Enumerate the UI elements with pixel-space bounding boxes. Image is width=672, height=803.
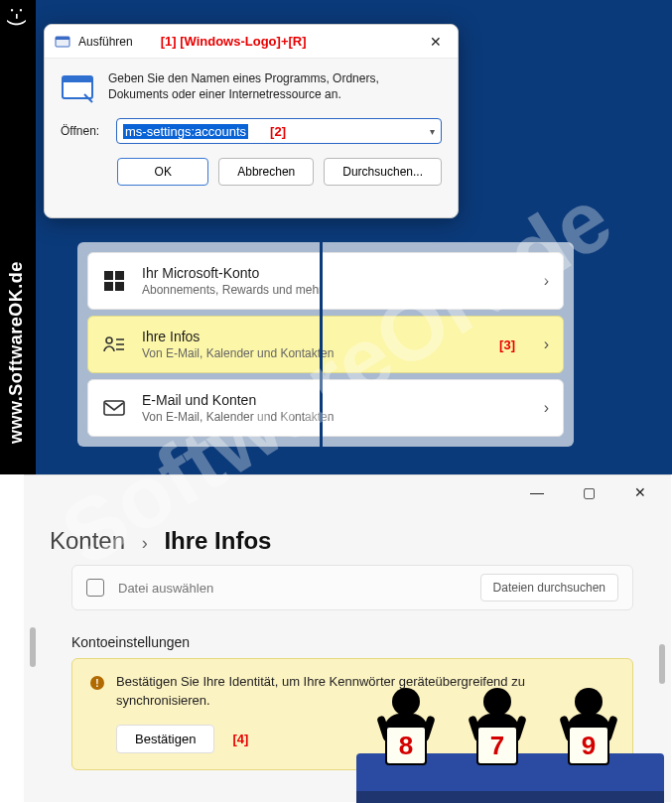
scrollbar-thumb[interactable] xyxy=(30,627,36,667)
breadcrumb-your-info: Ihre Infos xyxy=(164,527,271,554)
minimize-icon[interactable]: — xyxy=(520,478,554,506)
settings-divider xyxy=(320,242,323,465)
person-card-icon xyxy=(102,333,126,356)
settings-row-ms-account[interactable]: Ihr Microsoft-Konto Abonnements, Rewards… xyxy=(87,252,564,310)
scrollbar-thumb[interactable] xyxy=(659,644,665,684)
chevron-right-icon: › xyxy=(544,399,549,417)
browse-button[interactable]: Durchsuchen... xyxy=(324,158,442,186)
row-sub: Abonnements, Rewards und mehr xyxy=(142,283,528,297)
svg-rect-4 xyxy=(104,271,113,280)
row-sub: Von E-Mail, Kalender und Kontakten xyxy=(142,410,528,424)
annotation-1: [1] [Windows-Logo]+[R] xyxy=(161,34,307,49)
chevron-right-icon: › xyxy=(544,272,549,290)
banner-url: www.SoftwareOK.de xyxy=(6,261,27,444)
maximize-icon[interactable]: ▢ xyxy=(572,478,605,506)
run-titlebar: Ausführen [1] [Windows-Logo]+[R] ✕ xyxy=(45,25,458,59)
breadcrumb-accounts[interactable]: Konten xyxy=(50,527,125,554)
svg-rect-7 xyxy=(115,282,124,291)
svg-rect-5 xyxy=(115,271,124,280)
settings-list: Ihr Microsoft-Konto Abonnements, Rewards… xyxy=(77,242,574,447)
svg-rect-6 xyxy=(104,282,113,291)
warning-icon: ! xyxy=(90,676,104,690)
open-combobox[interactable]: ms-settings:accounts [2] ▾ xyxy=(116,118,442,144)
breadcrumb: Konten › Ihre Infos xyxy=(24,509,671,565)
confirm-button[interactable]: Bestätigen xyxy=(116,725,214,753)
section-account-settings: Kontoeinstellungen xyxy=(24,628,671,658)
judges-cartoon: 8 7 9 xyxy=(356,686,664,803)
run-large-icon xyxy=(61,70,94,104)
row-sub: Von E-Mail, Kalender und Kontakten xyxy=(142,346,528,360)
settings-row-your-info[interactable]: Ihre Infos Von E-Mail, Kalender und Kont… xyxy=(87,316,564,373)
score-card-2: 7 xyxy=(476,726,518,765)
window-titlebar: — ▢ ✕ xyxy=(24,475,671,509)
row-title: Ihre Infos xyxy=(142,329,528,344)
file-select-row: Datei auswählen Dateien durchsuchen xyxy=(71,565,633,610)
chevron-right-icon: › xyxy=(544,335,549,353)
run-app-icon xyxy=(55,34,70,50)
score-card-3: 9 xyxy=(568,726,609,765)
chevron-down-icon[interactable]: ▾ xyxy=(430,126,435,137)
run-dialog: Ausführen [1] [Windows-Logo]+[R] ✕ Geben… xyxy=(44,24,459,218)
svg-point-8 xyxy=(106,337,112,343)
ok-button[interactable]: OK xyxy=(117,158,208,186)
score-card-1: 8 xyxy=(385,726,427,765)
annotation-2: [2] xyxy=(270,124,286,139)
row-title: Ihr Microsoft-Konto xyxy=(142,265,528,281)
file-select-label: Datei auswählen xyxy=(118,581,213,596)
close-icon[interactable]: ✕ xyxy=(623,478,657,506)
run-description: Geben Sie den Namen eines Programms, Ord… xyxy=(108,70,442,102)
smile-text: :-) xyxy=(7,0,29,35)
microsoft-icon xyxy=(102,269,126,293)
close-icon[interactable]: ✕ xyxy=(424,30,448,54)
open-label: Öffnen: xyxy=(61,124,106,138)
open-value: ms-settings:accounts xyxy=(123,124,248,139)
file-icon xyxy=(86,579,104,597)
mail-icon xyxy=(102,396,126,420)
browse-files-button[interactable]: Dateien durchsuchen xyxy=(480,574,618,602)
annotation-3: [3] xyxy=(499,337,515,352)
run-title: Ausführen xyxy=(78,35,133,49)
annotation-4: [4] xyxy=(232,732,248,746)
row-title: E-Mail und Konten xyxy=(142,392,528,408)
svg-rect-12 xyxy=(104,401,124,415)
breadcrumb-sep: › xyxy=(142,533,148,553)
cancel-button[interactable]: Abbrechen xyxy=(218,158,314,186)
svg-rect-3 xyxy=(63,76,92,82)
settings-row-email-accounts[interactable]: E-Mail und Konten Von E-Mail, Kalender u… xyxy=(87,379,564,437)
left-banner: :-) www.SoftwareOK.de xyxy=(0,0,36,474)
svg-rect-1 xyxy=(56,37,69,40)
